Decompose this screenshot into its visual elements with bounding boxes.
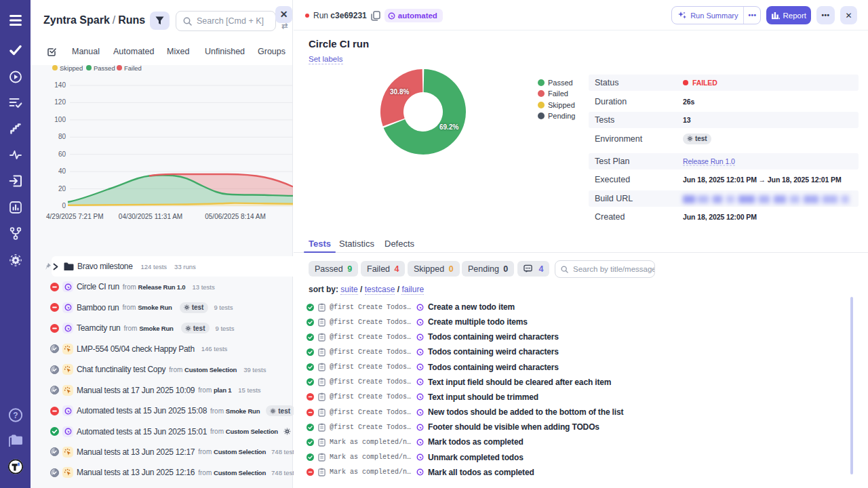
svg-text:Failed: Failed — [124, 65, 142, 72]
svg-text:80: 80 — [58, 133, 66, 140]
svg-text:140: 140 — [54, 81, 66, 89]
svg-text:120: 120 — [54, 98, 66, 106]
svg-text:04/30/2025 11:31 AM: 04/30/2025 11:31 AM — [119, 213, 182, 220]
svg-text:30.8%: 30.8% — [390, 88, 409, 96]
svg-text:60: 60 — [58, 150, 66, 158]
svg-text:20: 20 — [58, 185, 66, 192]
svg-text:Passed: Passed — [94, 65, 115, 72]
svg-text:Skipped: Skipped — [60, 65, 83, 72]
svg-text:69.2%: 69.2% — [439, 123, 458, 131]
svg-text:40: 40 — [58, 167, 66, 175]
svg-text:?: ? — [13, 411, 18, 420]
svg-text:4/29/2025 7:21 PM: 4/29/2025 7:21 PM — [46, 213, 104, 220]
svg-text:100: 100 — [54, 116, 66, 123]
svg-text:0: 0 — [62, 202, 66, 209]
svg-text:05/06/2025 8:14 AM: 05/06/2025 8:14 AM — [205, 213, 266, 220]
